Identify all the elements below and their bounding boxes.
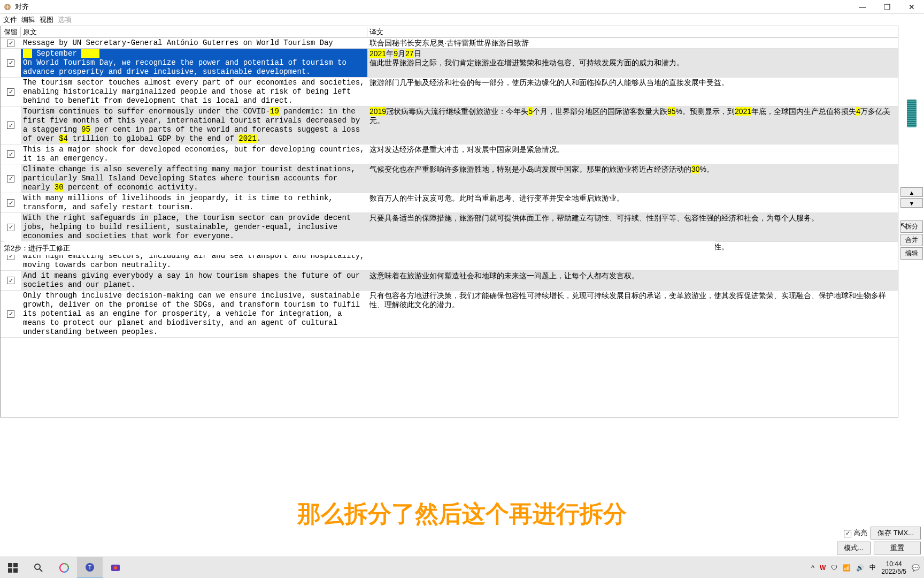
table-row[interactable]: ✓And it means giving everybody a say in … [1,271,898,291]
menu-edit[interactable]: 编辑 [20,15,36,25]
split-button[interactable]: 拆分 [900,220,923,233]
tray-notifications-icon[interactable]: 💬 [912,564,920,572]
source-cell[interactable]: Climate change is also severely affectin… [21,164,367,193]
source-cell[interactable]: The tourism sector touches almost every … [21,78,367,106]
tray-chevron-icon[interactable]: ^ [811,564,814,572]
keep-checkbox[interactable]: ✓ [1,291,21,337]
target-cell[interactable]: 2019冠状病毒病大流行继续重创旅游业：今年头5个月，世界部分地区的国际游客数量… [367,107,898,144]
table-row[interactable]: ✓With the right safeguards in place, the… [1,213,898,242]
reset-button[interactable]: 重置 [874,542,921,554]
source-cell[interactable]: And it means giving everybody a say in h… [21,271,367,290]
tray-security-icon[interactable]: 🛡 [831,564,837,572]
table-body: ✓Message by UN Secretary-General António… [1,38,898,417]
tray-volume-icon[interactable]: 🔊 [856,564,864,572]
table-row[interactable]: ✓The tourism sector touches almost every… [1,78,898,107]
svg-rect-2 [13,563,18,567]
highlight-span: 9 [394,49,398,58]
keep-checkbox[interactable]: ✓ [1,78,21,106]
scroll-grip-area [900,100,923,127]
move-up-button[interactable]: ▲ [900,187,923,197]
keep-checkbox[interactable]: ✓ [1,38,21,48]
source-cell[interactable]: September On World Tourism Day, we recog… [21,49,367,77]
menu-options[interactable]: 选项 [57,15,73,25]
svg-point-5 [35,564,40,569]
highlight-span: 30 [55,183,64,192]
target-cell[interactable]: 气候变化也在严重影响许多旅游胜地，特别是小岛屿发展中国家。那里的旅游业将近占经济… [367,164,898,193]
source-cell[interactable]: This is a major shock for developed econ… [21,144,367,164]
highlight-span: 5 [528,107,533,116]
title-bar: 对齐 — ❐ ✕ [0,0,924,14]
svg-point-11 [114,566,117,569]
highlight-span: 4 [856,107,860,116]
highlight-span: 2021 [369,49,386,58]
svg-rect-4 [13,568,18,573]
start-button[interactable] [0,557,26,579]
maximize-button[interactable]: ❐ [875,0,899,14]
tray-clock[interactable]: 10:44 2022/5/5 [881,560,906,575]
menu-bar: 文件 编辑 视图 选项 [0,14,924,26]
save-tmx-button[interactable]: 保存 TMX... [871,527,921,539]
highlight-checkbox[interactable]: ✓ 高亮 [844,528,867,538]
table-row[interactable]: ✓Only through inclusive decision-making … [1,291,898,338]
close-button[interactable]: ✕ [899,0,924,14]
target-cell[interactable]: 这意味着在旅游业如何塑造社会和地球的未来这一问题上，让每个人都有发言权。 [367,271,898,290]
keep-checkbox[interactable]: ✓ [1,164,21,193]
table-row[interactable]: ✓ September On World Tourism Day, we rec… [1,49,898,78]
alignment-table: 保留 原文 译文 ✓Message by UN Secretary-Genera… [0,26,898,417]
highlight-span: 2021 [735,107,751,116]
svg-rect-3 [8,568,12,573]
search-icon[interactable] [26,557,51,579]
table-row[interactable]: ✓With many millions of livelihoods in je… [1,193,898,213]
edit-button[interactable]: 编辑 [900,247,923,260]
target-cell[interactable]: 只要具备适当的保障措施，旅游部门就可提供体面工作，帮助建立有韧性、可持续、性别平… [367,213,898,241]
window-title: 对齐 [15,2,29,12]
source-cell[interactable]: Tourism continues to suffer enormously u… [21,107,367,144]
highlight-span: 95 [81,125,90,134]
merge-button[interactable]: 合并 [900,234,923,246]
header-target[interactable]: 译文 [367,27,898,37]
keep-checkbox[interactable]: ✓ [1,107,21,144]
header-keep[interactable]: 保留 [1,27,21,37]
table-row[interactable]: ✓Climate change is also severely affecti… [1,164,898,193]
taskbar: T ^ W 🛡 📶 🔊 中 10:44 2022/5/5 💬 [0,557,924,578]
target-cell[interactable]: 2021年9月27日值此世界旅游日之际，我们肯定旅游业在增进繁荣和推动包容、可持… [367,49,898,77]
menu-view[interactable]: 视图 [38,15,55,25]
scroll-grip-icon[interactable] [907,100,917,127]
highlight-span: 30 [691,165,700,173]
keep-checkbox[interactable]: ✓ [1,213,21,241]
highlight-span [81,49,99,58]
app-icon [2,2,13,12]
highlight-span: 27 [405,49,414,58]
mode-button[interactable]: 模式... [837,542,871,554]
header-source[interactable]: 原文 [21,27,367,37]
taskbar-app-3[interactable] [103,557,128,579]
target-cell[interactable]: 联合国秘书长安东尼奥·古特雷斯世界旅游日致辞 [367,38,898,48]
target-cell[interactable]: 这对发达经济体是重大冲击，对发展中国家则是紧急情况。 [367,144,898,164]
video-caption: 那么拆分了然后这个再进行拆分 [0,498,924,530]
table-row[interactable]: ✓Message by UN Secretary-General António… [1,38,898,49]
table-row[interactable]: ✓This is a major shock for developed eco… [1,144,898,164]
keep-checkbox[interactable]: ✓ [1,144,21,164]
source-cell[interactable]: Message by UN Secretary-General António … [21,38,367,48]
source-cell[interactable]: Only through inclusive decision-making c… [21,291,367,337]
target-cell[interactable]: 数百万人的生计岌岌可危。此时当重新思考、进行变革并安全地重启旅游业。 [367,193,898,212]
tray-ime[interactable]: 中 [869,563,876,572]
source-cell[interactable]: With many millions of livelihoods in jeo… [21,193,367,212]
menu-file[interactable]: 文件 [2,15,18,25]
tray-wifi-icon[interactable]: 📶 [843,564,851,572]
keep-checkbox[interactable]: ✓ [1,49,21,77]
highlight-span [23,49,32,58]
bottom-controls: ✓ 高亮 保存 TMX... 模式... 重置 [837,527,921,554]
keep-checkbox[interactable]: ✓ [1,271,21,290]
keep-checkbox[interactable]: ✓ [1,193,21,212]
target-cell[interactable]: 旅游部门几乎触及经济和社会的每一部分，使历来边缘化的人和面临掉队的人能够从当地的… [367,78,898,106]
target-cell[interactable]: 只有包容各方地进行决策，我们才能确保包容性可持续增长，兑现可持续发展目标的承诺，… [367,291,898,337]
taskbar-app-1[interactable] [51,557,77,579]
table-row[interactable]: ✓Tourism continues to suffer enormously … [1,107,898,144]
tray-app-icon[interactable]: W [820,564,826,572]
minimize-button[interactable]: — [850,0,875,14]
move-down-button[interactable]: ▼ [900,198,923,208]
source-cell[interactable]: With the right safeguards in place, the … [21,213,367,241]
highlight-span: 19 [270,107,279,116]
taskbar-app-2-active[interactable]: T [77,557,103,579]
